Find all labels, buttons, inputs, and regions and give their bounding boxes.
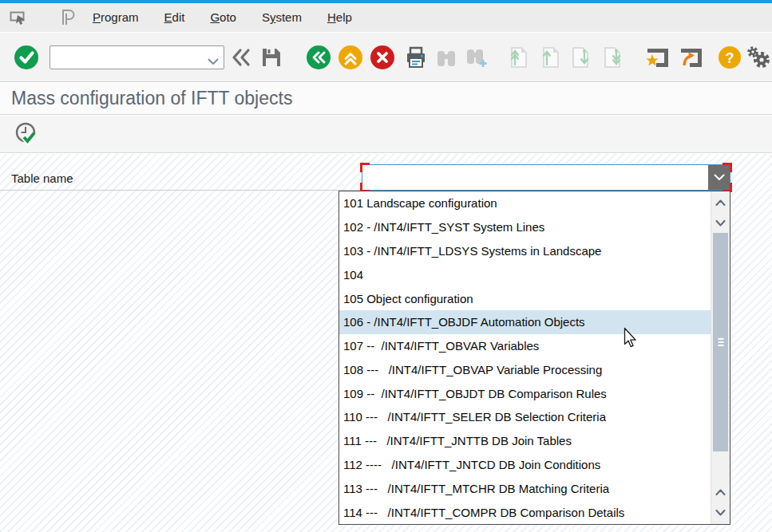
scroll-down-button[interactable]: [711, 502, 730, 523]
list-item[interactable]: 109 -- /INT4/IFTT_OBJDT DB Comparison Ru…: [339, 381, 711, 405]
focus-corner-icon: [723, 163, 732, 172]
scroll-down-button[interactable]: [711, 213, 730, 234]
next-page-button[interactable]: [568, 45, 594, 69]
dropdown-scrollbar[interactable]: [711, 191, 730, 524]
menu-goto[interactable]: Goto: [197, 3, 249, 32]
table-name-dropdown-list: 101 Landscape configuration 102 - /INT4/…: [338, 191, 730, 525]
list-item[interactable]: 113 --- /INT4/IFTT_MTCHR DB Matching Cri…: [339, 476, 711, 500]
command-field-chevron-down-icon[interactable]: [208, 54, 219, 69]
list-item[interactable]: 110 --- /INT4/IFTT_SELER DB Selection Cr…: [339, 405, 711, 429]
sap-logo-icon: [57, 6, 80, 29]
menu-program[interactable]: Program: [80, 3, 152, 32]
list-item[interactable]: 105 Object configuration: [339, 286, 711, 310]
list-item[interactable]: 107 -- /INT4/IFTT_OBVAR Variables: [339, 334, 711, 358]
find-button[interactable]: [434, 45, 459, 69]
chevron-down-icon: [715, 220, 726, 227]
window-arrow-icon: [677, 44, 704, 71]
selection-screen: Table name 101 Landscape configuration 1…: [0, 154, 772, 532]
cancel-button[interactable]: [370, 45, 395, 70]
toggle-command-field-button[interactable]: [229, 47, 253, 68]
list-item[interactable]: 114 --- /INT4/IFTT_COMPR DB Comparison D…: [339, 500, 711, 524]
dropdown-items: 101 Landscape configuration 102 - /INT4/…: [339, 191, 711, 524]
scroll-up-button[interactable]: [711, 192, 730, 213]
chevron-down-icon: [714, 174, 725, 181]
menu-edit[interactable]: Edit: [152, 3, 198, 32]
print-button[interactable]: [403, 45, 429, 70]
enter-button[interactable]: [13, 45, 40, 70]
printer-icon: [403, 45, 429, 70]
command-field[interactable]: [49, 45, 224, 69]
chevron-up-icon: [715, 489, 726, 495]
first-page-button[interactable]: [505, 45, 531, 69]
svg-text:?: ?: [726, 49, 734, 65]
list-item[interactable]: 111 --- /INT4/IFTT_JNTTB DB Join Tables: [339, 429, 711, 453]
save-floppy-icon: [259, 45, 283, 69]
page-previous-icon: [538, 45, 562, 69]
create-shortcut-button[interactable]: [643, 44, 671, 71]
binoculars-plus-icon: [464, 45, 489, 70]
window-star-icon: [643, 44, 671, 71]
screen-menu-icon[interactable]: [8, 9, 29, 26]
menu-bar: Program Edit Goto System Help: [0, 3, 772, 32]
last-page-button[interactable]: [600, 45, 626, 69]
save-button[interactable]: [259, 45, 283, 69]
exit-icon: [338, 45, 363, 70]
execute-clock-check-icon: [13, 120, 40, 148]
title-bar: Mass configuration of IFTT objects: [0, 83, 772, 115]
exit-button[interactable]: [338, 45, 363, 70]
customize-layout-button[interactable]: [746, 45, 771, 70]
menu-help[interactable]: Help: [315, 3, 365, 32]
standard-toolbar: ?: [0, 32, 772, 82]
menu-system[interactable]: System: [249, 3, 315, 32]
binoculars-icon: [434, 45, 458, 69]
list-item[interactable]: 102 - /INT4/IFTT_SYST System Lines: [339, 215, 711, 239]
chevron-up-icon: [715, 199, 726, 206]
list-item[interactable]: 112 ---- /INT4/IFTT_JNTCD DB Join Condit…: [339, 453, 711, 477]
previous-page-button[interactable]: [537, 45, 563, 69]
scroll-up-button[interactable]: [711, 482, 730, 502]
list-item[interactable]: 103 - /INT4/IFTT_LDSYS Systems in Landsc…: [339, 239, 711, 263]
execute-button[interactable]: [13, 120, 40, 148]
list-item[interactable]: 101 Landscape configuration: [339, 191, 711, 215]
double-chevron-left-icon: [231, 47, 251, 68]
new-session-button[interactable]: [677, 44, 704, 71]
page-title: Mass configuration of IFTT objects: [11, 88, 292, 109]
help-question-icon: ?: [718, 45, 742, 69]
help-button[interactable]: ?: [717, 45, 742, 69]
chevron-down-icon: [715, 510, 726, 516]
scrollbar-thumb[interactable]: [713, 233, 728, 451]
page-first-icon: [506, 45, 530, 69]
back-icon: [306, 45, 331, 70]
cancel-x-icon: [370, 45, 395, 70]
table-name-input[interactable]: [362, 165, 717, 190]
focus-corner-icon: [360, 163, 370, 172]
gears-icon: [746, 45, 771, 70]
list-item[interactable]: 104: [339, 262, 711, 286]
enter-check-icon: [14, 45, 39, 70]
list-item[interactable]: 108 --- /INT4/IFTT_OBVAP Variable Proces…: [339, 357, 711, 381]
back-button[interactable]: [306, 45, 331, 70]
application-toolbar: [0, 116, 772, 153]
page-last-icon: [601, 45, 625, 69]
table-name-combobox[interactable]: [362, 164, 730, 191]
scrollbar-grip-icon: [718, 338, 723, 346]
table-name-label: Table name: [11, 167, 73, 191]
page-next-icon: [569, 45, 593, 69]
sap-gui-window: Program Edit Goto System Help: [0, 0, 772, 532]
list-item[interactable]: 106 - /INT4/IFTT_OBJDF Automation Object…: [339, 310, 711, 334]
command-input[interactable]: [49, 45, 224, 69]
find-next-button[interactable]: [464, 45, 489, 70]
